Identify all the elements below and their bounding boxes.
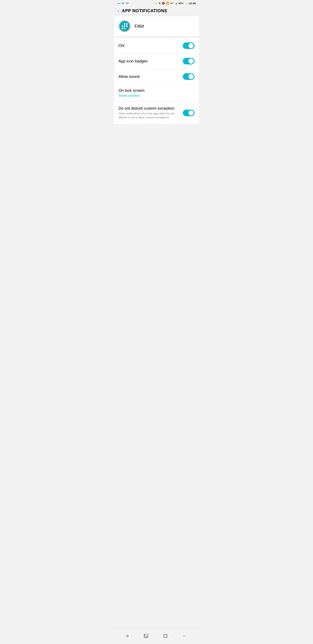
on-toggle-thumb (188, 43, 194, 48)
app-icon-badges-label-container: App icon badges (118, 59, 183, 64)
pay-label: pay (117, 2, 120, 4)
allow-sound-toggle[interactable] (183, 73, 195, 80)
fitbit-dots (120, 22, 129, 30)
content-area: Fitbit ON App icon badges (114, 16, 199, 141)
on-label-container: ON (118, 44, 183, 48)
on-toggle[interactable] (183, 42, 195, 49)
on-toggle-track (183, 42, 195, 49)
fitbit-dot (126, 28, 128, 29)
allow-sound-label: Allow sound (118, 74, 140, 79)
fitbit-dot (124, 28, 125, 29)
bluetooth-icon: ⚡ (154, 2, 158, 5)
fitbit-dot (122, 28, 123, 29)
lock-screen-row: On lock screen Show content (114, 84, 199, 102)
lock-screen-label: On lock screen (118, 88, 195, 93)
fitbit-dot (124, 26, 125, 27)
wifi-icon: 📶 (166, 2, 169, 5)
do-not-disturb-toggle[interactable] (183, 110, 195, 116)
on-setting-row: ON (114, 38, 199, 54)
allow-sound-row: Allow sound (114, 69, 199, 84)
app-icon-wrapper (118, 20, 131, 32)
do-not-disturb-label: Do not disturb custom exception (118, 106, 174, 110)
app-icon-badges-toggle[interactable] (183, 58, 195, 64)
nfc-icon: N (159, 2, 161, 4)
back-button[interactable]: ‹ (118, 8, 119, 13)
signal-icon: ▲ (175, 2, 178, 4)
lte-icon: 4G⁺ (170, 2, 174, 4)
app-icon-badges-label: App icon badges (118, 59, 148, 63)
app-info-row: Fitbit (114, 16, 199, 36)
page-title: APP NOTIFICATIONS (122, 8, 167, 13)
status-bar: pay 38° 36° ⚡ N 🔇 📶 4G⁺ ▲ 80% ⚡ 13:46 (114, 0, 199, 6)
status-bar-right: ⚡ N 🔇 📶 4G⁺ ▲ 80% ⚡ 13:46 (154, 2, 196, 5)
do-not-disturb-text-container: Do not disturb custom exception Allow no… (118, 106, 183, 120)
settings-section: ON App icon badges Allow sound (114, 38, 199, 124)
temp-high: 38° (121, 2, 125, 4)
fitbit-dot (124, 23, 125, 25)
app-name: Fitbit (135, 24, 144, 29)
show-content-link[interactable]: Show content (118, 94, 195, 98)
allow-sound-label-container: Allow sound (118, 74, 183, 79)
mute-icon: 🔇 (162, 2, 165, 5)
allow-sound-toggle-track (183, 73, 195, 80)
app-icon-badges-row: App icon badges (114, 54, 199, 69)
allow-sound-toggle-thumb (188, 74, 194, 79)
fitbit-icon (120, 21, 130, 31)
do-not-disturb-toggle-thumb (188, 110, 194, 116)
clock: 13:46 (189, 2, 196, 5)
temp-low: 36° (126, 2, 129, 4)
do-not-disturb-row: Do not disturb custom exception Allow no… (114, 102, 199, 124)
fitbit-dot (126, 23, 128, 25)
status-bar-left: pay 38° 36° (117, 2, 129, 4)
app-header: ‹ APP NOTIFICATIONS (114, 6, 199, 16)
fitbit-dot (122, 26, 123, 27)
app-icon-badges-toggle-thumb (188, 58, 194, 64)
on-label: ON (118, 44, 124, 48)
battery-percent: 80% (179, 2, 183, 4)
app-icon-badges-toggle-track (183, 58, 195, 64)
fitbit-dot (126, 26, 128, 27)
fitbit-dot (122, 23, 123, 25)
battery-charging-icon: ⚡ (185, 2, 188, 5)
do-not-disturb-toggle-track (183, 110, 195, 116)
do-not-disturb-sublabel: Allow notifications from this app while … (118, 112, 179, 120)
